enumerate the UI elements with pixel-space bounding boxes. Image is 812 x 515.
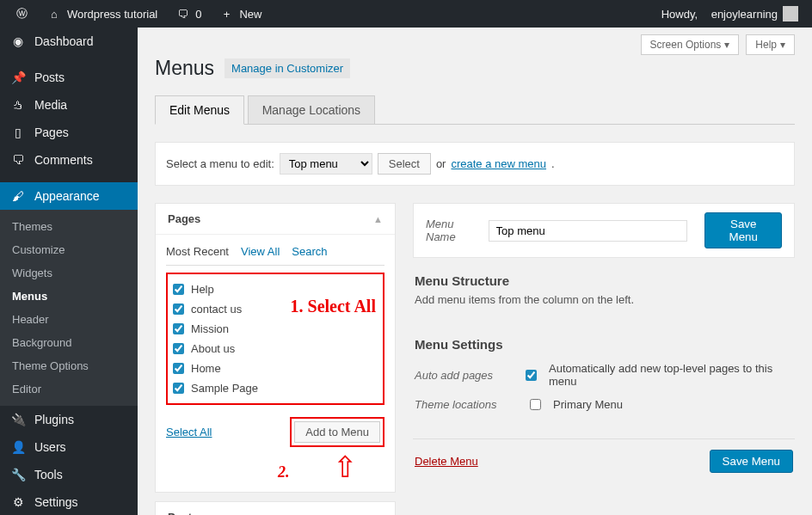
page-checkbox[interactable] <box>173 284 184 295</box>
screen-options-button[interactable]: Screen Options ▾ <box>641 34 740 55</box>
sidebar-item-media[interactable]: 🖒Media <box>0 91 138 119</box>
sidebar-item-comments[interactable]: 🗨Comments <box>0 146 138 174</box>
site-link[interactable]: ⌂Wordpress tutorial <box>40 0 164 28</box>
select-menu-bar: Select a menu to edit: Top menu Select o… <box>155 142 795 186</box>
wp-logo[interactable]: ⓦ <box>7 0 36 28</box>
chevron-down-icon: ▾ <box>780 39 785 51</box>
submenu-customize[interactable]: Customize <box>0 238 138 261</box>
page-icon: ▯ <box>10 126 26 139</box>
accordion-pages: Pages▲ Most Recent View All Search 1. Se… <box>155 203 396 493</box>
subtab-search[interactable]: Search <box>292 245 327 258</box>
accordion-posts: Posts▼ <box>155 501 396 515</box>
dashboard-icon: ◉ <box>10 34 26 48</box>
media-icon: 🖒 <box>10 98 26 112</box>
sidebar-item-pages[interactable]: ▯Pages <box>0 119 138 146</box>
page-checkbox[interactable] <box>173 303 184 315</box>
select-button[interactable]: Select <box>378 153 431 175</box>
howdy-prefix: Howdy, <box>661 8 698 21</box>
menu-name-label: Menu Name <box>426 218 480 243</box>
account-menu[interactable]: Howdy, enjoylearning <box>655 0 805 28</box>
add-to-menu-button[interactable]: Add to Menu <box>294 421 380 443</box>
annotation-2: 2. <box>278 463 290 481</box>
primary-menu-checkbox[interactable] <box>530 399 541 410</box>
submenu-background[interactable]: Background <box>0 331 138 354</box>
site-name: Wordpress tutorial <box>67 8 157 21</box>
customizer-link[interactable]: Manage in Customizer <box>225 58 350 78</box>
menu-structure-title: Menu Structure <box>415 273 793 288</box>
page-checkbox-row: Sample Page <box>173 378 378 398</box>
sidebar-item-users[interactable]: 👤Users <box>0 433 138 461</box>
user-icon: 👤 <box>10 440 26 454</box>
comment-icon: 🗨 <box>10 153 26 167</box>
sidebar-item-label: Pages <box>34 126 69 139</box>
pages-checklist: 1. Select All Help contact us Mission Ab… <box>166 273 384 405</box>
tab-edit-menus[interactable]: Edit Menus <box>155 95 244 125</box>
tabs: Edit Menus Manage Locations <box>155 95 795 125</box>
menu-name-bar: Menu Name Save Menu <box>413 203 795 258</box>
menu-settings-title: Menu Settings <box>415 337 793 352</box>
subtab-view-all[interactable]: View All <box>241 245 280 258</box>
plugin-icon: 🔌 <box>10 413 26 426</box>
theme-locations-label: Theme locations <box>415 398 518 411</box>
submenu-widgets[interactable]: Widgets <box>0 261 138 285</box>
submenu-themes[interactable]: Themes <box>0 215 138 238</box>
page-checkbox[interactable] <box>173 323 184 334</box>
save-menu-button-top[interactable]: Save Menu <box>704 212 782 248</box>
submenu-header[interactable]: Header <box>0 308 138 331</box>
sidebar-item-label: Media <box>34 98 67 112</box>
arrow-up-icon: ⇧ <box>333 452 357 481</box>
sidebar-item-label: Plugins <box>34 413 74 426</box>
sidebar-item-label: Posts <box>34 71 65 84</box>
help-button[interactable]: Help ▾ <box>746 34 795 55</box>
chevron-down-icon: ▾ <box>724 39 729 51</box>
page-checkbox-row: Home <box>173 359 378 378</box>
chevron-down-icon: ▼ <box>373 512 383 516</box>
sidebar-item-tools[interactable]: 🔧Tools <box>0 461 138 488</box>
comments-link[interactable]: 🗨0 <box>168 0 208 28</box>
menu-name-input[interactable] <box>489 220 688 242</box>
sidebar-item-dashboard[interactable]: ◉Dashboard <box>0 28 138 55</box>
new-content[interactable]: +New <box>212 0 268 28</box>
primary-menu-text: Primary Menu <box>553 398 623 411</box>
delete-menu-link[interactable]: Delete Menu <box>415 455 478 468</box>
sidebar-item-label: Appearance <box>34 189 100 203</box>
create-new-menu-link[interactable]: create a new menu <box>451 157 546 170</box>
sidebar-item-appearance[interactable]: 🖌Appearance <box>0 182 138 210</box>
brush-icon: 🖌 <box>10 189 26 203</box>
wordpress-icon: ⓦ <box>14 6 29 21</box>
page-title: Menus <box>155 57 214 80</box>
menu-select[interactable]: Top menu <box>280 153 372 175</box>
menu-structure-desc: Add menu items from the column on the le… <box>415 293 793 306</box>
sidebar-item-label: Comments <box>34 153 93 167</box>
save-menu-button-bottom[interactable]: Save Menu <box>710 450 793 473</box>
pin-icon: 📌 <box>10 71 26 84</box>
plus-icon: + <box>218 8 234 21</box>
submenu-menus[interactable]: Menus <box>0 285 138 308</box>
annotation-1: 1. Select All <box>291 297 376 316</box>
submenu-theme-options[interactable]: Theme Options <box>0 354 138 377</box>
sidebar-item-settings[interactable]: ⚙Settings <box>0 488 138 515</box>
accordion-posts-header[interactable]: Posts▼ <box>156 502 395 515</box>
subtab-most-recent[interactable]: Most Recent <box>166 245 229 258</box>
accordion-pages-header[interactable]: Pages▲ <box>156 204 395 235</box>
sidebar-item-posts[interactable]: 📌Posts <box>0 64 138 91</box>
sidebar-item-plugins[interactable]: 🔌Plugins <box>0 406 138 433</box>
chevron-up-icon: ▲ <box>373 214 383 224</box>
select-all-link[interactable]: Select All <box>166 426 212 438</box>
page-checkbox-row: Mission <box>173 319 378 339</box>
submenu-editor[interactable]: Editor <box>0 377 138 401</box>
gear-icon: ⚙ <box>10 495 26 509</box>
username: enjoylearning <box>711 8 778 21</box>
tab-manage-locations[interactable]: Manage Locations <box>248 95 375 124</box>
home-icon: ⌂ <box>46 8 62 21</box>
page-checkbox[interactable] <box>173 343 184 354</box>
page-checkbox-row: About us <box>173 339 378 359</box>
wrench-icon: 🔧 <box>10 468 26 481</box>
page-checkbox[interactable] <box>173 383 184 394</box>
main-content: Screen Options ▾ Help ▾ Menus Manage in … <box>138 28 812 515</box>
sidebar-item-label: Settings <box>34 495 78 509</box>
avatar <box>783 6 798 21</box>
auto-add-label: Auto add pages <box>415 369 514 382</box>
page-checkbox[interactable] <box>173 363 184 374</box>
auto-add-checkbox[interactable] <box>526 370 537 381</box>
